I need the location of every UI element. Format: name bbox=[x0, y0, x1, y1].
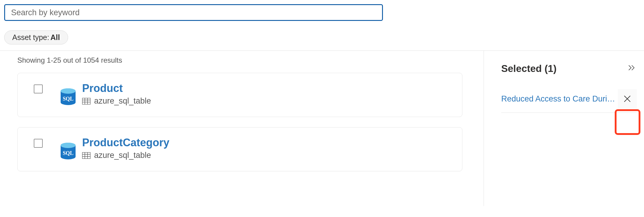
asset-type-filter[interactable]: Asset type: All bbox=[4, 30, 68, 44]
results-column: Showing 1-25 out of 1054 results SQL Pro… bbox=[0, 51, 484, 206]
remove-selected-button[interactable] bbox=[618, 89, 637, 108]
svg-rect-3 bbox=[82, 98, 91, 104]
selected-title: Selected (1) bbox=[501, 63, 556, 74]
result-card[interactable]: SQL Product azure_sql_table bbox=[17, 73, 462, 117]
svg-point-1 bbox=[61, 88, 76, 94]
result-title[interactable]: Product bbox=[82, 82, 453, 95]
svg-point-9 bbox=[61, 143, 76, 148]
selected-item-link[interactable]: Reduced Access to Care Durin... bbox=[501, 94, 618, 104]
result-title[interactable]: ProductCategory bbox=[82, 136, 453, 149]
svg-rect-11 bbox=[82, 152, 91, 158]
result-checkbox[interactable] bbox=[34, 139, 43, 148]
filter-label: Asset type: bbox=[12, 33, 49, 42]
search-input[interactable] bbox=[4, 4, 383, 21]
results-summary: Showing 1-25 out of 1054 results bbox=[17, 56, 484, 64]
table-icon bbox=[82, 98, 91, 104]
selected-panel: Selected (1) Reduced Access to Care Duri… bbox=[484, 51, 644, 206]
sql-database-icon: SQL bbox=[60, 142, 76, 161]
svg-text:SQL: SQL bbox=[63, 96, 73, 102]
result-checkbox[interactable] bbox=[34, 84, 43, 93]
result-type: azure_sql_table bbox=[94, 151, 151, 160]
selected-item: Reduced Access to Care Durin... bbox=[501, 89, 637, 113]
svg-text:SQL: SQL bbox=[63, 150, 73, 156]
result-card[interactable]: SQL ProductCategory azure_s bbox=[17, 127, 462, 171]
table-icon bbox=[82, 152, 91, 159]
sql-database-icon: SQL bbox=[60, 88, 76, 107]
close-icon bbox=[623, 95, 631, 103]
chevron-double-right-icon[interactable] bbox=[627, 63, 637, 74]
filter-value: All bbox=[50, 33, 60, 42]
result-type: azure_sql_table bbox=[94, 96, 151, 106]
